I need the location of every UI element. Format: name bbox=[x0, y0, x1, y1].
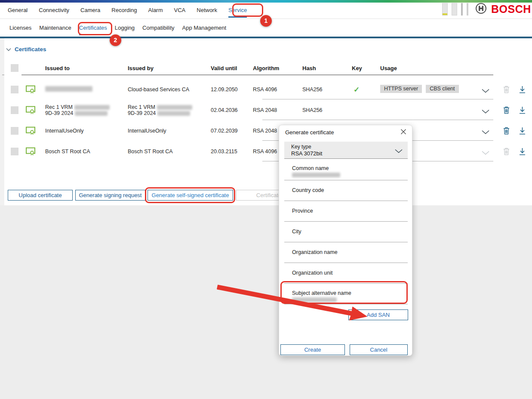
country-code-input[interactable] bbox=[284, 201, 408, 201]
certificates-section-header[interactable]: Certificates bbox=[6, 45, 46, 53]
trash-icon[interactable] bbox=[503, 127, 511, 135]
usage-tag: HTTPS server bbox=[380, 85, 422, 93]
download-icon[interactable] bbox=[519, 127, 527, 136]
generate-self-signed-certificate-button[interactable]: Generate self-signed certificate bbox=[148, 190, 233, 201]
close-icon[interactable] bbox=[400, 129, 407, 136]
key-type-label: Key type bbox=[291, 144, 311, 150]
load-gauge bbox=[467, 3, 468, 15]
subject-alternative-name-input[interactable] bbox=[284, 304, 408, 304]
issued-by-value: Cloud-based Services CA bbox=[128, 87, 189, 93]
generate-signing-request-button[interactable]: Generate signing request bbox=[75, 190, 145, 201]
issued-to-value: Rec 1 VRM 9D-39 2024 bbox=[45, 104, 110, 116]
col-issued-to: Issued to bbox=[45, 65, 70, 71]
tab-licenses[interactable]: Licenses bbox=[9, 21, 31, 37]
hash-value: SHA256 bbox=[302, 87, 323, 93]
common-name-input[interactable] bbox=[284, 180, 408, 180]
certificate-icon bbox=[26, 85, 36, 96]
col-hash: Hash bbox=[302, 65, 316, 71]
usage-field-underline bbox=[262, 120, 493, 120]
system-load-gauges bbox=[442, 3, 468, 15]
checkmark-icon: ✓ bbox=[354, 85, 360, 94]
certificate-icon bbox=[26, 106, 36, 116]
cancel-button[interactable]: Cancel bbox=[350, 344, 408, 355]
tab-vca[interactable]: VCA bbox=[174, 3, 186, 19]
tab-maintenance[interactable]: Maintenance bbox=[39, 21, 71, 37]
algorithm-value: RSA 2048 bbox=[253, 107, 277, 113]
redacted-text bbox=[157, 111, 190, 116]
download-icon[interactable] bbox=[519, 106, 527, 115]
tab-certificates[interactable]: Certificates bbox=[79, 21, 107, 37]
algorithm-value: RSA 4096 bbox=[253, 87, 277, 93]
col-usage: Usage bbox=[380, 65, 397, 71]
organization-unit-label: Organization unit bbox=[292, 270, 333, 276]
organization-unit-input[interactable] bbox=[284, 283, 408, 284]
valid-until-value: 20.03.2115 bbox=[211, 148, 237, 155]
province-label: Province bbox=[292, 208, 313, 214]
certificate-icon bbox=[26, 147, 36, 158]
row-checkbox[interactable] bbox=[11, 148, 18, 155]
tab-recording[interactable]: Recording bbox=[111, 3, 137, 19]
tab-camera[interactable]: Camera bbox=[80, 3, 100, 19]
download-icon[interactable] bbox=[519, 148, 527, 156]
load-gauge bbox=[461, 3, 463, 15]
organization-name-input[interactable] bbox=[284, 263, 408, 263]
col-issued-by: Issued by bbox=[128, 65, 154, 71]
load-gauge bbox=[442, 3, 448, 15]
col-valid-until: Valid until bbox=[211, 65, 237, 71]
redacted-text bbox=[157, 105, 192, 110]
issued-by-value: Rec 1 VRM 9D-39 2024 bbox=[128, 104, 192, 116]
key-type-value: RSA 3072bit bbox=[291, 150, 322, 157]
divider bbox=[2, 74, 4, 75]
create-button[interactable]: Create bbox=[280, 344, 345, 355]
valid-until-value: 07.02.2039 bbox=[211, 128, 238, 134]
redacted-text bbox=[75, 111, 108, 116]
tab-connectivity[interactable]: Connectivity bbox=[39, 3, 69, 19]
row-checkbox[interactable] bbox=[11, 106, 18, 114]
usage-dropdown-chevron-icon[interactable] bbox=[482, 87, 490, 96]
section-title: Certificates bbox=[15, 46, 46, 53]
tab-alarm[interactable]: Alarm bbox=[148, 3, 163, 19]
dialog-title: Generate certificate bbox=[285, 129, 334, 136]
tab-network[interactable]: Network bbox=[197, 3, 217, 19]
usage-dropdown-chevron-icon[interactable] bbox=[482, 128, 490, 137]
collapse-chevron-icon bbox=[6, 45, 11, 53]
redacted-text bbox=[292, 173, 340, 177]
bosch-logo-icon bbox=[475, 3, 487, 16]
add-san-button[interactable]: Add SAN bbox=[348, 309, 408, 320]
load-gauge bbox=[452, 3, 457, 15]
tab-compatibility[interactable]: Compatibility bbox=[142, 21, 174, 37]
row-checkbox[interactable] bbox=[11, 127, 18, 135]
chevron-down-icon bbox=[395, 147, 403, 155]
trash-icon bbox=[503, 85, 511, 94]
trash-icon bbox=[503, 147, 511, 156]
brand-area: BOSCH bbox=[475, 3, 531, 16]
annotation-step-1: 1 bbox=[260, 15, 272, 27]
redacted-text bbox=[74, 105, 110, 110]
usage-dropdown-chevron-icon bbox=[482, 149, 490, 158]
download-icon[interactable] bbox=[519, 86, 527, 94]
issued-by-value: InternalUseOnly bbox=[128, 128, 166, 134]
select-all-checkbox[interactable] bbox=[11, 64, 18, 72]
col-algorithm: Algorithm bbox=[253, 65, 279, 71]
upload-certificate-button[interactable]: Upload certificate bbox=[8, 190, 73, 201]
row-checkbox[interactable] bbox=[11, 86, 18, 93]
tab-app-management[interactable]: App Management bbox=[182, 21, 227, 37]
usage-dropdown-chevron-icon[interactable] bbox=[482, 108, 490, 116]
tab-general[interactable]: General bbox=[8, 3, 28, 19]
certificate-icon bbox=[26, 127, 36, 137]
province-input[interactable] bbox=[284, 221, 408, 222]
col-key: Key bbox=[352, 65, 362, 71]
valid-until-value: 02.04.2036 bbox=[211, 107, 238, 113]
trash-icon[interactable] bbox=[503, 106, 511, 114]
tab-logging[interactable]: Logging bbox=[115, 21, 135, 37]
key-type-select[interactable]: Key type RSA 3072bit bbox=[284, 142, 408, 159]
page-background bbox=[0, 205, 532, 399]
city-input[interactable] bbox=[284, 242, 408, 242]
country-code-label: Country code bbox=[292, 187, 324, 193]
section-divider bbox=[0, 37, 532, 38]
usage-tags: HTTPS serverCBS client bbox=[380, 85, 463, 93]
usage-field-underline bbox=[262, 99, 493, 99]
tab-service[interactable]: Service bbox=[228, 3, 247, 19]
usage-tag: CBS client bbox=[426, 85, 458, 93]
issued-to-value: InternalUseOnly bbox=[45, 128, 84, 134]
